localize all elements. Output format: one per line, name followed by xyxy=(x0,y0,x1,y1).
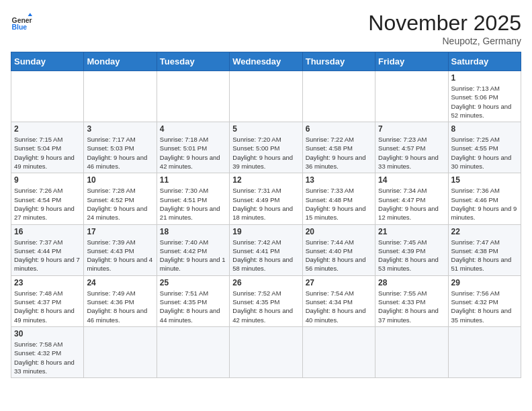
day-info: Sunrise: 7:49 AM Sunset: 4:36 PM Dayligh… xyxy=(87,289,153,324)
day-number: 2 xyxy=(14,124,81,134)
day-number: 20 xyxy=(306,227,372,236)
calendar-cell: 10Sunrise: 7:28 AM Sunset: 4:52 PM Dayli… xyxy=(84,173,157,224)
calendar-cell: 11Sunrise: 7:30 AM Sunset: 4:51 PM Dayli… xyxy=(157,173,229,224)
calendar-cell xyxy=(375,71,448,122)
day-number: 22 xyxy=(451,227,518,236)
calendar-cell xyxy=(157,71,229,122)
day-number: 6 xyxy=(306,124,372,134)
calendar-cell xyxy=(230,326,302,377)
calendar-week-row: 16Sunrise: 7:37 AM Sunset: 4:44 PM Dayli… xyxy=(11,224,521,275)
calendar-cell: 3Sunrise: 7:17 AM Sunset: 5:03 PM Daylig… xyxy=(84,122,157,173)
calendar-cell xyxy=(84,326,157,377)
logo: General Blue xyxy=(11,11,32,32)
svg-text:Blue: Blue xyxy=(12,24,28,31)
calendar-cell: 27Sunrise: 7:54 AM Sunset: 4:34 PM Dayli… xyxy=(302,275,375,326)
calendar-header-sunday: Sunday xyxy=(11,52,84,71)
day-number: 1 xyxy=(451,73,518,83)
day-info: Sunrise: 7:23 AM Sunset: 4:57 PM Dayligh… xyxy=(378,135,445,171)
day-number: 27 xyxy=(306,278,372,287)
day-info: Sunrise: 7:17 AM Sunset: 5:03 PM Dayligh… xyxy=(87,135,153,171)
day-number: 11 xyxy=(160,175,226,185)
calendar-week-row: 30Sunrise: 7:58 AM Sunset: 4:32 PM Dayli… xyxy=(11,326,521,377)
calendar-cell: 17Sunrise: 7:39 AM Sunset: 4:43 PM Dayli… xyxy=(84,224,157,275)
day-info: Sunrise: 7:28 AM Sunset: 4:52 PM Dayligh… xyxy=(87,186,153,222)
calendar-body: 1Sunrise: 7:13 AM Sunset: 5:06 PM Daylig… xyxy=(11,71,521,378)
calendar-cell xyxy=(157,326,229,377)
day-number: 21 xyxy=(378,227,445,236)
day-info: Sunrise: 7:33 AM Sunset: 4:48 PM Dayligh… xyxy=(306,186,372,222)
day-number: 16 xyxy=(14,227,81,236)
svg-text:General: General xyxy=(12,17,32,24)
calendar-week-row: 23Sunrise: 7:48 AM Sunset: 4:37 PM Dayli… xyxy=(11,275,521,326)
day-info: Sunrise: 7:48 AM Sunset: 4:37 PM Dayligh… xyxy=(14,289,81,324)
day-info: Sunrise: 7:30 AM Sunset: 4:51 PM Dayligh… xyxy=(160,186,226,222)
calendar-cell: 21Sunrise: 7:45 AM Sunset: 4:39 PM Dayli… xyxy=(375,224,448,275)
title-block: November 2025 Neupotz, Germany xyxy=(368,11,521,46)
page-header: General Blue November 2025 Neupotz, Germ… xyxy=(11,11,521,46)
day-info: Sunrise: 7:22 AM Sunset: 4:58 PM Dayligh… xyxy=(306,135,372,171)
calendar-cell xyxy=(230,71,302,122)
calendar-week-row: 9Sunrise: 7:26 AM Sunset: 4:54 PM Daylig… xyxy=(11,173,521,224)
day-number: 25 xyxy=(160,278,226,287)
day-info: Sunrise: 7:37 AM Sunset: 4:44 PM Dayligh… xyxy=(14,238,81,273)
calendar-cell: 28Sunrise: 7:55 AM Sunset: 4:33 PM Dayli… xyxy=(375,275,448,326)
day-info: Sunrise: 7:18 AM Sunset: 5:01 PM Dayligh… xyxy=(160,135,226,171)
calendar-cell xyxy=(448,326,521,377)
calendar-cell: 15Sunrise: 7:36 AM Sunset: 4:46 PM Dayli… xyxy=(448,173,521,224)
calendar-header-tuesday: Tuesday xyxy=(157,52,229,71)
calendar-cell xyxy=(11,71,84,122)
calendar-cell: 2Sunrise: 7:15 AM Sunset: 5:04 PM Daylig… xyxy=(11,122,84,173)
day-info: Sunrise: 7:36 AM Sunset: 4:46 PM Dayligh… xyxy=(451,186,518,222)
day-info: Sunrise: 7:39 AM Sunset: 4:43 PM Dayligh… xyxy=(87,238,153,273)
day-info: Sunrise: 7:52 AM Sunset: 4:35 PM Dayligh… xyxy=(232,289,299,324)
calendar-header-saturday: Saturday xyxy=(448,52,521,71)
calendar-week-row: 2Sunrise: 7:15 AM Sunset: 5:04 PM Daylig… xyxy=(11,122,521,173)
day-info: Sunrise: 7:15 AM Sunset: 5:04 PM Dayligh… xyxy=(14,135,81,171)
location-subtitle: Neupotz, Germany xyxy=(368,36,521,46)
calendar-cell: 25Sunrise: 7:51 AM Sunset: 4:35 PM Dayli… xyxy=(157,275,229,326)
day-info: Sunrise: 7:20 AM Sunset: 5:00 PM Dayligh… xyxy=(232,135,299,171)
day-info: Sunrise: 7:44 AM Sunset: 4:40 PM Dayligh… xyxy=(306,238,372,273)
day-info: Sunrise: 7:47 AM Sunset: 4:38 PM Dayligh… xyxy=(451,238,518,273)
day-info: Sunrise: 7:26 AM Sunset: 4:54 PM Dayligh… xyxy=(14,186,81,222)
day-info: Sunrise: 7:40 AM Sunset: 4:42 PM Dayligh… xyxy=(160,238,226,273)
day-info: Sunrise: 7:54 AM Sunset: 4:34 PM Dayligh… xyxy=(306,289,372,324)
day-number: 3 xyxy=(87,124,153,134)
day-info: Sunrise: 7:45 AM Sunset: 4:39 PM Dayligh… xyxy=(378,238,445,273)
day-info: Sunrise: 7:34 AM Sunset: 4:47 PM Dayligh… xyxy=(378,186,445,222)
day-number: 29 xyxy=(451,278,518,287)
day-number: 13 xyxy=(306,175,372,185)
calendar-cell: 9Sunrise: 7:26 AM Sunset: 4:54 PM Daylig… xyxy=(11,173,84,224)
calendar-cell: 6Sunrise: 7:22 AM Sunset: 4:58 PM Daylig… xyxy=(302,122,375,173)
calendar-cell xyxy=(302,326,375,377)
calendar-cell: 16Sunrise: 7:37 AM Sunset: 4:44 PM Dayli… xyxy=(11,224,84,275)
logo-icon: General Blue xyxy=(11,11,32,32)
calendar-cell: 5Sunrise: 7:20 AM Sunset: 5:00 PM Daylig… xyxy=(230,122,302,173)
calendar-header-monday: Monday xyxy=(84,52,157,71)
calendar-cell: 29Sunrise: 7:56 AM Sunset: 4:32 PM Dayli… xyxy=(448,275,521,326)
calendar-cell xyxy=(302,71,375,122)
day-info: Sunrise: 7:13 AM Sunset: 5:06 PM Dayligh… xyxy=(451,84,518,120)
calendar-cell: 18Sunrise: 7:40 AM Sunset: 4:42 PM Dayli… xyxy=(157,224,229,275)
day-info: Sunrise: 7:31 AM Sunset: 4:49 PM Dayligh… xyxy=(232,186,299,222)
day-number: 7 xyxy=(378,124,445,134)
calendar-cell xyxy=(84,71,157,122)
day-number: 23 xyxy=(14,278,81,287)
calendar-cell: 8Sunrise: 7:25 AM Sunset: 4:55 PM Daylig… xyxy=(448,122,521,173)
calendar-cell: 1Sunrise: 7:13 AM Sunset: 5:06 PM Daylig… xyxy=(448,71,521,122)
day-number: 10 xyxy=(87,175,153,185)
day-number: 15 xyxy=(451,175,518,185)
calendar-cell: 24Sunrise: 7:49 AM Sunset: 4:36 PM Dayli… xyxy=(84,275,157,326)
day-number: 12 xyxy=(232,175,299,185)
day-number: 28 xyxy=(378,278,445,287)
calendar-cell: 20Sunrise: 7:44 AM Sunset: 4:40 PM Dayli… xyxy=(302,224,375,275)
calendar-header-thursday: Thursday xyxy=(302,52,375,71)
svg-marker-2 xyxy=(28,13,32,16)
calendar-cell: 26Sunrise: 7:52 AM Sunset: 4:35 PM Dayli… xyxy=(230,275,302,326)
calendar-cell: 4Sunrise: 7:18 AM Sunset: 5:01 PM Daylig… xyxy=(157,122,229,173)
calendar-week-row: 1Sunrise: 7:13 AM Sunset: 5:06 PM Daylig… xyxy=(11,71,521,122)
calendar-cell: 23Sunrise: 7:48 AM Sunset: 4:37 PM Dayli… xyxy=(11,275,84,326)
calendar-cell: 13Sunrise: 7:33 AM Sunset: 4:48 PM Dayli… xyxy=(302,173,375,224)
day-info: Sunrise: 7:42 AM Sunset: 4:41 PM Dayligh… xyxy=(232,238,299,273)
calendar-table: SundayMondayTuesdayWednesdayThursdayFrid… xyxy=(11,52,521,378)
